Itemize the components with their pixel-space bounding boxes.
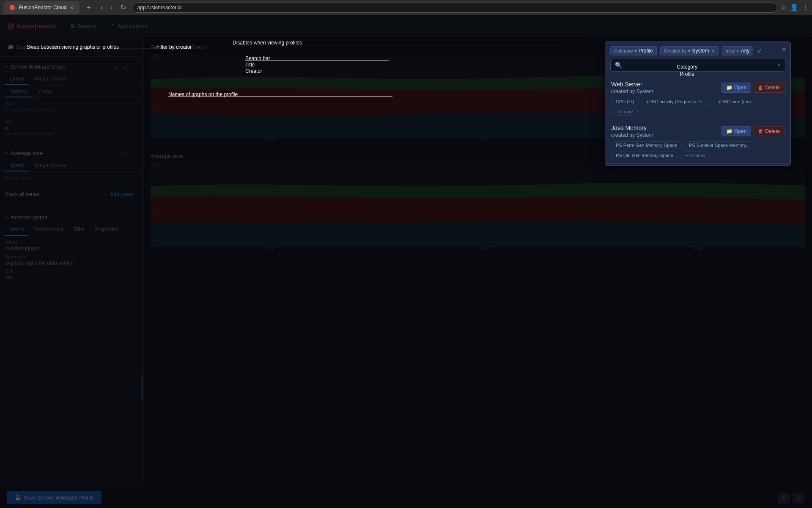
profile-name-java: Java Memory [611,124,653,131]
forward-button[interactable]: › [108,3,115,12]
new-tab-button[interactable]: ＋ [83,2,95,13]
misc-value: Any [741,48,750,54]
profile-item-top-web: Web Server created by System 📁 Open 🗑 [611,81,785,94]
profile-creator-java: created by System [611,132,653,138]
profile-tags-web: CPU (%) JDBC activity (Requests / s... J… [611,98,785,116]
tag-more-web[interactable]: +3 more [611,108,638,116]
profile-list: Web Server created by System 📁 Open 🗑 [605,75,790,166]
browser-chrome: 🔴 FusionReactor Cloud × ＋ ‹ › ↻ ☆ 👤 ⋮ [0,0,812,15]
open-web-server-button[interactable]: 📁 Open [721,83,751,93]
delete-web-server-button[interactable]: 🗑 Delete [754,83,785,93]
tag-jdbc-time[interactable]: JDBC time (ms) [713,98,756,105]
category-label: Category ▾ [614,48,637,54]
app: ⚙ fusion|reactor 🖥 Servers 📱 Application… [0,15,812,508]
open-icon: 📁 [726,85,732,91]
browser-nav: ‹ › ↻ [98,3,129,12]
created-by-value: System [692,48,709,54]
back-button[interactable]: ‹ [98,3,105,12]
confirm-filter-icon[interactable]: ✓ [757,47,762,55]
refresh-button[interactable]: ↻ [118,3,129,12]
open-java-icon: 📁 [726,128,732,134]
search-bar: 🔍 × [610,59,785,72]
profile-actions-java: 📁 Open 🗑 Delete [721,126,785,136]
tab-close-icon[interactable]: × [70,4,74,11]
tag-old-gen[interactable]: PS Old Gen Memory Space [611,152,678,159]
category-filter[interactable]: Category ▾ Profile [610,46,657,55]
profile-item-web-server[interactable]: Web Server created by System 📁 Open 🗑 [605,77,790,120]
tag-jdbc-activity[interactable]: JDBC activity (Requests / s... [641,98,710,105]
created-by-label: Created by ▾ [664,48,691,54]
menu-icon[interactable]: ⋮ [802,3,809,11]
profile-popup: × Category ▾ Profile Created by ▾ System… [605,41,791,166]
search-bar-container: 🔍 × [605,59,790,75]
address-bar[interactable] [132,3,777,13]
tag-cpu[interactable]: CPU (%) [611,98,639,105]
tag-more-java[interactable]: +18 more [680,152,710,159]
bookmark-icon[interactable]: ☆ [781,3,787,11]
delete-icon: 🗑 [758,85,763,91]
created-by-clear-icon[interactable]: × [712,48,715,54]
popup-close-button[interactable]: × [782,45,786,54]
profile-item-top-java: Java Memory created by System 📁 Open 🗑 [611,124,785,138]
profile-actions-web: 📁 Open 🗑 Delete [721,83,785,93]
open-java-memory-button[interactable]: 📁 Open [721,126,751,136]
tab-title: FusionReactor Cloud [19,5,67,11]
delete-java-memory-button[interactable]: 🗑 Delete [754,126,785,136]
profile-info-web: Web Server created by System [611,81,653,94]
browser-tab[interactable]: 🔴 FusionReactor Cloud × [3,1,80,14]
created-by-filter[interactable]: Created by ▾ System × [660,46,719,55]
profile-info-java: Java Memory created by System [611,124,653,138]
tag-survivor[interactable]: PS Survivor Space Memory... [684,141,754,149]
profile-item-java-memory[interactable]: Java Memory created by System 📁 Open 🗑 [605,120,790,164]
tag-perm-gen[interactable]: PS Perm Gen Memory Space [611,141,682,149]
category-value: Profile [639,48,653,54]
misc-label: misc × [726,48,739,53]
misc-filter[interactable]: misc × Any [722,46,754,55]
profile-name-web: Web Server [611,81,653,88]
filter-row: Category ▾ Profile Created by ▾ System ×… [605,42,790,59]
search-icon: 🔍 [615,62,622,69]
browser-icons: ☆ 👤 ⋮ [781,3,809,11]
profile-creator-web: created by System [611,88,653,94]
profile-icon[interactable]: 👤 [790,3,798,11]
profile-tags-java: PS Perm Gen Memory Space PS Survivor Spa… [611,141,785,159]
delete-java-icon: 🗑 [758,128,763,134]
search-clear-icon[interactable]: × [777,62,781,69]
tab-favicon: 🔴 [9,5,16,11]
search-input[interactable] [625,62,774,69]
